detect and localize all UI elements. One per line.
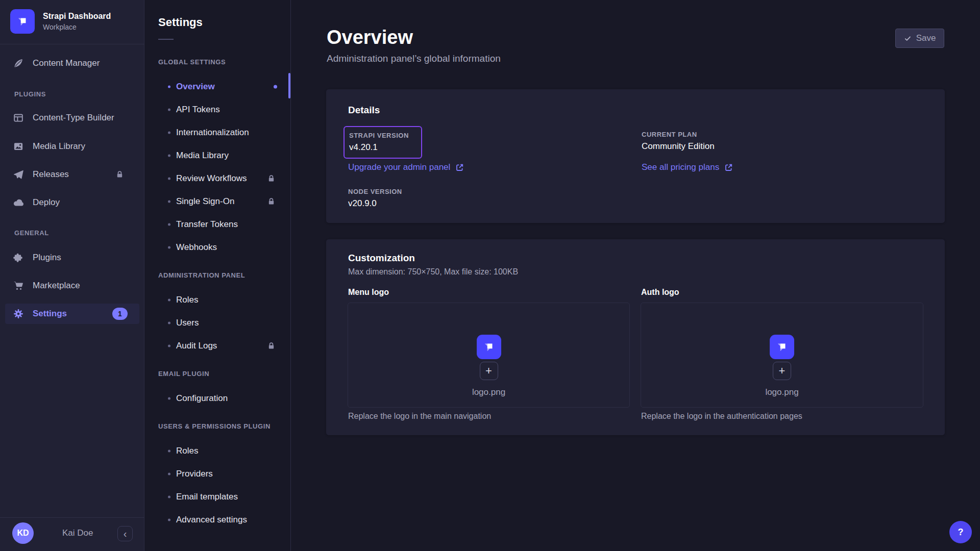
image-icon (13, 141, 23, 152)
sidebar-item-releases[interactable]: Releases (0, 163, 144, 186)
user-name: Kai Doe (62, 528, 93, 538)
bullet-icon (168, 201, 170, 203)
user-avatar[interactable]: KD (12, 522, 34, 544)
menu-logo-label: Menu logo (348, 288, 389, 297)
add-logo-button[interactable]: + (480, 362, 498, 380)
sidebar-section-plugins: PLUGINS (14, 90, 46, 98)
external-link-icon (724, 163, 733, 172)
settings-subnav: Settings GLOBAL SETTINGS Overview API To… (144, 0, 291, 551)
settings-nav-item-providers[interactable]: Providers (144, 464, 291, 484)
bullet-icon (168, 473, 170, 475)
settings-nav-item-email-templates[interactable]: Email templates (144, 487, 291, 507)
bullet-icon (168, 109, 170, 111)
strapi-mark-icon (16, 15, 29, 28)
strapi-logo-icon[interactable] (10, 9, 35, 34)
bullet-icon (168, 345, 170, 347)
cart-icon (13, 281, 23, 291)
lock-icon (267, 174, 276, 183)
sidebar-item-label: Media Library (33, 141, 85, 152)
bullet-icon (168, 397, 170, 400)
lock-icon (267, 197, 276, 206)
strapi-version-label: STRAPI VERSION (349, 132, 421, 139)
sidebar-item-label: Marketplace (33, 281, 80, 291)
divider (0, 44, 144, 44)
settings-nav-item-internationalization[interactable]: Internationalization (144, 122, 291, 143)
sidebar-item-label: Settings (33, 309, 67, 319)
settings-section-global: GLOBAL SETTINGS (158, 58, 226, 66)
menu-logo-preview (477, 335, 501, 359)
customization-heading: Customization (348, 253, 415, 264)
bullet-icon (168, 299, 170, 302)
settings-nav-item-review-workflows[interactable]: Review Workflows (144, 168, 291, 189)
settings-nav-item-webhooks[interactable]: Webhooks (144, 237, 291, 258)
auth-logo-filename: logo.png (765, 387, 798, 397)
lock-icon (115, 170, 124, 179)
add-logo-button[interactable]: + (773, 362, 791, 380)
settings-notification-badge: 1 (112, 308, 128, 320)
customization-constraints: Max dimension: 750×750, Max file size: 1… (348, 267, 518, 277)
settings-nav-item-api-tokens[interactable]: API Tokens (144, 99, 291, 120)
current-plan-field: CURRENT PLAN Community Edition (642, 131, 715, 152)
settings-nav-item-single-sign-on[interactable]: Single Sign-On (144, 191, 291, 212)
sidebar-item-content-type-builder[interactable]: Content-Type Builder (0, 107, 144, 129)
sidebar-item-settings[interactable]: Settings 1 (0, 303, 144, 325)
settings-section-admin-panel: ADMINISTRATION PANEL (158, 271, 245, 279)
sidebar-item-plugins[interactable]: Plugins (0, 246, 144, 269)
active-page-dot-icon (274, 85, 277, 89)
bullet-icon (168, 86, 170, 88)
details-card: Details STRAPI VERSION v4.20.1 Upgrade y… (326, 89, 945, 223)
bullet-icon (168, 178, 170, 180)
settings-nav-item-overview[interactable]: Overview (144, 77, 291, 97)
strapi-version-value: v4.20.1 (349, 142, 421, 153)
settings-section-email-plugin: EMAIL PLUGIN (158, 370, 209, 378)
sidebar-item-label: Content Manager (33, 58, 100, 68)
sidebar-item-media-library[interactable]: Media Library (0, 135, 144, 158)
paper-plane-icon (13, 169, 23, 180)
main-sidebar: Strapi Dashboard Workplace Content Manag… (0, 0, 144, 551)
page-subtitle: Administration panel’s global informatio… (327, 53, 501, 64)
strapi-admin-app: Strapi Dashboard Workplace Content Manag… (0, 0, 980, 551)
auth-logo-upload-area[interactable]: + logo.png (641, 303, 923, 408)
strapi-mark-icon (482, 340, 496, 354)
sidebar-item-label: Plugins (33, 253, 61, 263)
puzzle-icon (13, 253, 23, 263)
strapi-version-highlight: STRAPI VERSION v4.20.1 (344, 126, 422, 159)
settings-nav-item-advanced-settings[interactable]: Advanced settings (144, 510, 291, 530)
menu-logo-filename: logo.png (472, 387, 505, 397)
sidebar-item-content-manager[interactable]: Content Manager (0, 52, 144, 74)
feather-icon (13, 58, 23, 68)
collapse-sidebar-button[interactable]: ‹ (117, 526, 133, 541)
sidebar-item-label: Deploy (33, 197, 60, 208)
sidebar-item-label: Content-Type Builder (33, 113, 114, 123)
settings-section-users-permissions: USERS & PERMISSIONS PLUGIN (158, 422, 271, 430)
bullet-icon (168, 450, 170, 453)
save-button[interactable]: Save (895, 29, 944, 48)
auth-logo-caption: Replace the logo in the authentication p… (641, 412, 802, 421)
workspace-subtitle: Workplace (43, 23, 77, 31)
divider (158, 39, 174, 40)
bullet-icon (168, 246, 170, 249)
settings-nav-item-roles-admin[interactable]: Roles (144, 290, 291, 310)
settings-nav-item-media-library[interactable]: Media Library (144, 145, 291, 166)
bullet-icon (168, 322, 170, 324)
gear-icon (13, 309, 23, 319)
bullet-icon (168, 496, 170, 498)
settings-nav-item-roles-up[interactable]: Roles (144, 441, 291, 461)
menu-logo-upload-area[interactable]: + logo.png (348, 303, 630, 408)
settings-nav-item-transfer-tokens[interactable]: Transfer Tokens (144, 214, 291, 235)
node-version-field: NODE VERSION v20.9.0 (348, 188, 402, 209)
pricing-plans-link[interactable]: See all pricing plans (642, 162, 733, 172)
bullet-icon (168, 519, 170, 521)
settings-nav-item-users[interactable]: Users (144, 313, 291, 333)
bullet-icon (168, 155, 170, 157)
sidebar-item-marketplace[interactable]: Marketplace (0, 274, 144, 297)
auth-logo-label: Auth logo (641, 288, 679, 297)
workspace-title: Strapi Dashboard (43, 12, 111, 21)
divider (0, 517, 144, 518)
settings-nav-item-audit-logs[interactable]: Audit Logs (144, 336, 291, 356)
settings-nav-item-configuration[interactable]: Configuration (144, 388, 291, 409)
bullet-icon (168, 223, 170, 226)
help-button[interactable]: ? (949, 521, 972, 543)
sidebar-item-deploy[interactable]: Deploy (0, 191, 144, 214)
upgrade-admin-panel-link[interactable]: Upgrade your admin panel (348, 162, 464, 172)
